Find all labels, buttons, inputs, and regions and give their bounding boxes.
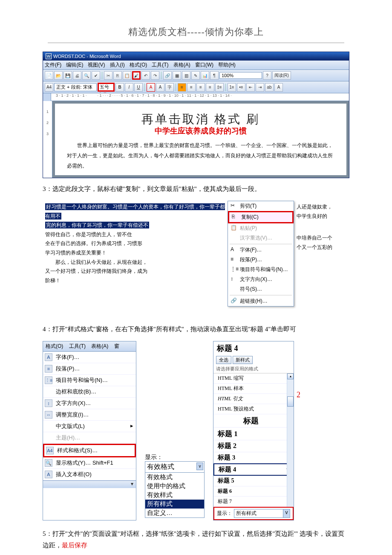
show-combobox[interactable]: 有效格式v bbox=[145, 461, 205, 473]
style-selector[interactable]: 正文 + 段前: 宋体 bbox=[54, 83, 97, 91]
menu-format[interactable]: 格式(O) bbox=[130, 62, 147, 68]
help-icon[interactable]: ? bbox=[263, 71, 271, 80]
copy-icon[interactable]: ⎘ bbox=[113, 71, 122, 80]
bold-icon[interactable]: B bbox=[115, 83, 124, 92]
style-item[interactable]: 标题 2↵ bbox=[213, 440, 294, 452]
menu-table[interactable]: 表格(A) bbox=[173, 62, 190, 68]
style-item[interactable]: 标题 1↵ bbox=[213, 428, 294, 440]
fmt-styles[interactable]: A4样式和格式(S)… bbox=[43, 444, 136, 457]
fmt-reveal[interactable]: 🔍显示格式(Y)… Shift+F1 bbox=[43, 457, 136, 469]
redo-icon[interactable]: ↷ bbox=[151, 71, 159, 80]
drawing-icon[interactable]: ✎ bbox=[191, 71, 200, 80]
table-icon[interactable]: ▦ bbox=[173, 71, 181, 80]
show-opt[interactable]: 使用中的格式 bbox=[145, 482, 204, 491]
chevron-down-icon[interactable]: v bbox=[283, 509, 290, 517]
new-icon[interactable]: 📄 bbox=[45, 71, 53, 80]
read-button[interactable]: 阅读(R) bbox=[272, 71, 291, 80]
align-left-icon[interactable]: ≡ bbox=[178, 83, 186, 92]
align-justify-icon[interactable]: ≡ bbox=[206, 83, 214, 92]
ctx-cut[interactable]: ✂剪切(T) bbox=[228, 201, 294, 211]
ctx-copy[interactable]: ⎘复制(C) bbox=[228, 211, 294, 223]
zoom-box[interactable]: 100% bbox=[219, 72, 262, 79]
ctx-reconvert[interactable]: 汉字重选(V)… bbox=[228, 233, 294, 243]
style-item[interactable]: HTML 引文a bbox=[213, 394, 294, 404]
style-item[interactable]: HTML 缩写a bbox=[213, 373, 294, 384]
scrollbar[interactable]: ▴ bbox=[287, 373, 294, 507]
print-icon[interactable]: 🖨 bbox=[73, 71, 81, 80]
fmt-direction[interactable]: ↕文字方向(X)… bbox=[43, 398, 136, 409]
save-icon[interactable]: 💾 bbox=[63, 71, 72, 80]
menu-insert[interactable]: 插入(I) bbox=[110, 62, 125, 68]
fmt-paragraph[interactable]: ≡段落(P)… bbox=[43, 363, 136, 375]
bullets-icon[interactable]: •≡ bbox=[237, 83, 245, 92]
font-color-icon[interactable]: A bbox=[274, 83, 283, 92]
show-opt[interactable]: 有效样式 bbox=[145, 491, 204, 500]
italic-icon[interactable]: I bbox=[125, 83, 133, 92]
show-opt-highlighted[interactable]: 所有样式 bbox=[145, 500, 204, 509]
fmt-width[interactable]: ↔调整宽度(I)… bbox=[43, 409, 136, 421]
ctx-bullets[interactable]: ⋮≡项目符号和编号(N)… bbox=[228, 265, 294, 275]
align-center-icon[interactable]: ≡ bbox=[187, 83, 196, 92]
style-item[interactable]: HTML 预设格式 bbox=[213, 404, 294, 414]
hdr-tools[interactable]: 工具(T) bbox=[69, 343, 86, 349]
menu-expand-bar[interactable] bbox=[43, 480, 136, 488]
new-style-button[interactable]: 新样式 bbox=[233, 356, 253, 364]
show-opt[interactable]: 自定义… bbox=[145, 509, 204, 517]
fmt-textbox[interactable]: A插入文本框(O) bbox=[43, 469, 136, 480]
style-item[interactable]: 标题 7↵ bbox=[213, 497, 294, 507]
show-marks-icon[interactable]: ¶ bbox=[210, 71, 219, 80]
spell-icon[interactable]: ✔ bbox=[92, 71, 100, 80]
align-right-icon[interactable]: ≡ bbox=[196, 83, 205, 92]
style-item[interactable]: 标题 6↵ bbox=[213, 486, 294, 497]
show-opt[interactable]: 有效格式 bbox=[145, 473, 204, 482]
char-shading-icon[interactable]: A bbox=[156, 83, 164, 92]
style-item[interactable]: HTML 样本a bbox=[213, 384, 294, 394]
menu-window[interactable]: 窗口(W) bbox=[195, 62, 213, 68]
highlight-icon[interactable]: ab bbox=[265, 83, 274, 92]
chart-icon[interactable]: 📊 bbox=[201, 71, 209, 80]
style-item[interactable]: 标题↵ bbox=[213, 414, 294, 428]
chevron-down-icon[interactable]: v bbox=[196, 462, 203, 470]
fmt-theme[interactable]: 主题(H)… bbox=[43, 432, 136, 444]
show-select[interactable]: 所有样式 v bbox=[234, 509, 290, 518]
columns-icon[interactable]: ▥ bbox=[182, 71, 190, 80]
ctx-paste[interactable]: 📋粘贴(P) bbox=[228, 223, 294, 233]
menu-help[interactable]: 帮助(H) bbox=[218, 62, 236, 68]
link-icon[interactable]: 🔗 bbox=[163, 71, 172, 80]
menu-edit[interactable]: 编辑(E) bbox=[66, 62, 83, 68]
menu-file[interactable]: 文件(F) bbox=[45, 62, 61, 68]
char-border-icon[interactable]: A bbox=[147, 83, 155, 92]
paste-icon[interactable]: 📋 bbox=[123, 71, 131, 80]
hdr-table[interactable]: 表格(A) bbox=[91, 343, 108, 349]
ctx-text-direction[interactable]: ↕文字方向(X)… bbox=[228, 275, 294, 284]
fmt-borders[interactable]: 边框和底纹(B)… bbox=[43, 386, 136, 398]
style-item-heading-4[interactable]: 标题 4↵ bbox=[213, 463, 294, 476]
preview-icon[interactable]: 🔍 bbox=[82, 71, 91, 80]
styles-pane-icon[interactable]: A4 bbox=[45, 83, 53, 92]
numbering-icon[interactable]: 1≡ bbox=[228, 83, 236, 92]
open-icon[interactable]: 📂 bbox=[54, 71, 63, 80]
font-size-selector[interactable]: 五号 字号 bbox=[98, 83, 115, 92]
cut-icon[interactable]: ✂ bbox=[104, 71, 112, 80]
format-painter-icon[interactable]: 🖌 bbox=[132, 71, 141, 80]
style-item[interactable]: 标题 5↵ bbox=[213, 476, 294, 486]
select-all-button[interactable]: 全选 bbox=[216, 356, 231, 364]
indent-icon[interactable]: ⇥ bbox=[256, 83, 264, 92]
menu-view[interactable]: 视图(V) bbox=[88, 62, 105, 68]
style-item[interactable]: 标题 3↵ bbox=[213, 452, 294, 463]
ctx-font[interactable]: A字体(F)… bbox=[228, 245, 294, 255]
fmt-font[interactable]: A字体(F)… bbox=[43, 352, 136, 363]
hdr-format[interactable]: 格式(O) bbox=[46, 343, 63, 349]
scroll-up-icon[interactable]: ▴ bbox=[287, 373, 294, 379]
ctx-hyperlink[interactable]: 🔗超链接(H)… bbox=[228, 296, 294, 306]
line-spacing-icon[interactable]: ‡≡ bbox=[215, 83, 224, 92]
scroll-thumb[interactable] bbox=[287, 396, 294, 407]
ctx-paragraph[interactable]: ≡段落(P)… bbox=[228, 255, 294, 265]
char-scale-icon[interactable]: 字 bbox=[165, 83, 174, 92]
hdr-window[interactable]: 窗 bbox=[114, 343, 119, 349]
menu-tools[interactable]: 工具(T) bbox=[152, 62, 168, 68]
fmt-bullets[interactable]: ⋮≡项目符号和编号(N)… bbox=[43, 375, 136, 386]
underline-icon[interactable]: U bbox=[134, 83, 143, 92]
undo-icon[interactable]: ↶ bbox=[141, 71, 150, 80]
ctx-symbol[interactable]: 符号(S)… bbox=[228, 284, 294, 294]
